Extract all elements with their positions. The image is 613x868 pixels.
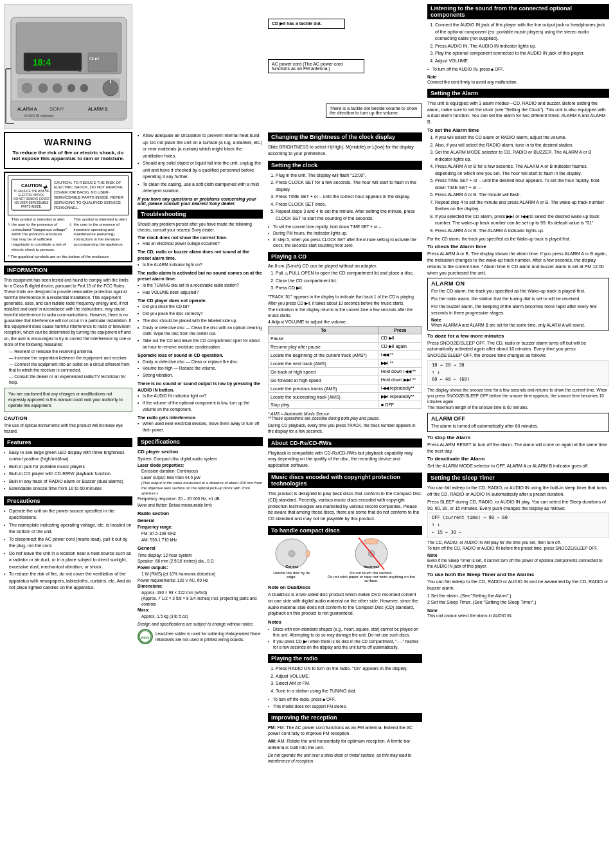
warning-bullets: Allow adequate air circulation to preven… [138, 132, 263, 195]
warning-subtitle: To reduce the risk of fire or electric s… [10, 150, 126, 161]
cd-after-note: After you press CD ▶II, it takes about 1… [268, 300, 422, 306]
sleep-seq-3: ← 15 ← 30 ← [432, 529, 605, 536]
caution-inner-box: CAUTION TO REDUCE THE RISK OF ELECTRIC S… [8, 176, 129, 215]
svg-text:AUDIO IN indicator: AUDIO IN indicator [24, 114, 54, 118]
notes-list: Discs with non-standard shapes (e.g., he… [268, 626, 422, 650]
svg-text:ALARM A: ALARM A [17, 107, 37, 111]
sleep-note-title: Note [427, 553, 609, 557]
cd-track-note: "TRACK '01'" appears in the display to i… [268, 294, 422, 300]
table-cell-press: ■ OFF [378, 401, 422, 409]
setting-alarm-section: Setting the Alarm This unit is equipped … [427, 89, 609, 469]
fm-desc: FM: The AC power cord functions as an FM… [268, 725, 413, 736]
spec-emission: Emission duration: Continuous [138, 468, 263, 475]
specifications-header: Specifications [138, 437, 263, 446]
svg-text:ELECTRIC SHOCK,: ELECTRIC SHOCK, [19, 194, 45, 197]
sleep-preset-note: To turn off the CD, RADIO or AUDIO IN be… [427, 545, 609, 551]
cd-step-3: Press CD ▶II. [276, 285, 422, 292]
table-row: PauseCD ▶II [269, 334, 422, 343]
green-advisory-box: You are cautioned that any changes or mo… [4, 388, 132, 411]
trouble-6-item-1: Is the AUDIO IN indicator light on? [138, 393, 263, 399]
spec-power-req: Power requirements: 120 V AC, 60 Hz [138, 577, 263, 584]
eco-text: Lead-free solder is used for soldering H… [155, 631, 263, 642]
deactivate-title: To deactivate the Alarm [427, 456, 609, 462]
spec-system: System: Compact disc digital audio syste… [138, 456, 263, 462]
table-header-press: Press [378, 327, 422, 334]
alarm-on-note-title: Note [431, 318, 605, 322]
radio-bullet-1: To turn off the radio, press ■ OFF. [268, 696, 422, 702]
spec-dim-note: (Approx. 7 1/2 × 3 5/8 × 8 3/4 inches) i… [138, 595, 263, 607]
right-column: Listening to the sound from the connecte… [427, 4, 609, 764]
alarm-on-note: When ALARM A and ALARM B are set for the… [431, 322, 605, 328]
symbol2-text: This symbol is intended to alert the use… [74, 217, 129, 248]
specifications-section: Specifications CD player section System:… [138, 437, 263, 644]
eco-circle-icon: eco [138, 629, 153, 644]
use-with-title: To use both the Sleep Timer and the Alar… [427, 572, 609, 577]
brightness-header: Changing the Brightness of the clock dis… [268, 132, 422, 141]
measure-4: Consult the dealer or an experienced rad… [9, 374, 132, 385]
precaution-2: The nameplate indicating operating volta… [4, 522, 132, 536]
trouble-4-title: The CD player does not operate. [138, 298, 263, 304]
trouble-2-item-1: Is the ALARM indicator light on? [138, 262, 263, 268]
spec-mass-label: Mass: [138, 607, 263, 613]
svg-text:CAUTION: CAUTION [21, 183, 42, 188]
ams-note: * AMS = Automatic Music Sensor [268, 411, 422, 416]
setting-clock-section: Setting the clock Plug in the unit. The … [268, 161, 422, 249]
final-note-title: Note [427, 608, 609, 613]
troubleshooting-header: Troubleshooting [138, 210, 263, 219]
table-row: Locate the previous tracks (AMS)I◀◀ repe… [269, 384, 422, 393]
listen-step-2: Press AUDIO IN. The AUDIO IN indicator l… [435, 43, 609, 50]
cd-step-1: Pull △ PULL OPEN to open the CD compartm… [276, 270, 422, 277]
lightning-icon [8, 217, 10, 231]
warning-title: WARNING [10, 137, 126, 147]
stop-alarm-title: To stop the Alarm [427, 435, 609, 440]
sleep-timer-section: Setting the Sleep Timer You can fall asl… [427, 473, 609, 619]
sleep-step2: 2 Set the Sleep Timer. (See "Setting the… [427, 599, 609, 606]
notes-section: Notes Discs with non-standard shapes (e.… [268, 619, 422, 650]
measure-1: Reorient or relocate the receiving anten… [9, 348, 132, 354]
trouble-4-item-3: The disc should be placed with the label… [138, 318, 263, 324]
compact-discs-section: To handle compact discs Correct Handle t… [268, 526, 422, 583]
improving-reception-header: Improving the reception [268, 713, 422, 722]
cd-step-2: Close the CD compartment lid. [276, 278, 422, 285]
alarm-on-radio: For the radio alarm, the station that th… [431, 296, 605, 302]
table-cell-action: Locate the previous tracks (AMS) [269, 384, 379, 393]
svg-text:18:4: 18:4 [33, 57, 51, 68]
trouble-5-item-1: Dusty or defective disc — Clean or repla… [138, 359, 263, 365]
cd-tactile-callout: CD ▶II has a tactile dot. [268, 19, 345, 29]
table-row: Stop play■ OFF [269, 401, 422, 409]
clock-step-4: Press CLOCK SET once. [276, 201, 422, 208]
alarm-off-title: ALARM OFF [431, 415, 605, 422]
information-section: INFORMATION This equipment has been test… [4, 266, 132, 386]
feature-3: Built-in CD player with CD-R/RW playback… [4, 471, 132, 478]
caution-diagram: CAUTION TO REDUCE THE RISK OF ELECTRIC S… [10, 178, 52, 213]
table-cell-press: I◀◀ ** [378, 351, 422, 359]
trouble-5-title: Sporadic loss of sound in CD operation. [138, 352, 263, 359]
listening-bullets: To turn off the AUDIO IN, press ■ OFF. [427, 66, 609, 73]
alarm-step-4: Press ALARM A or B for a few seconds. Th… [435, 163, 609, 177]
feature-1: Easy to see large green LED display with… [4, 449, 132, 463]
sleep-seq-1: OFF (current time) → 90 → 60 [432, 514, 605, 521]
trouble-3-item-1: Is the TUNING dial set to a receivable r… [138, 282, 263, 289]
spec-power-rms: 1 W (RMS) (at 10% harmonic distortion) [138, 571, 263, 577]
operations-note: **These operations are possible during b… [268, 416, 422, 420]
listen-step-4: Adjust VOLUME. [435, 58, 609, 65]
table-cell-action: Pause [269, 334, 379, 343]
setting-clock-header: Setting the clock [268, 161, 422, 170]
alarm-step-2: Also, if you will select the RADIO alarm… [435, 142, 609, 149]
alarm-on-box: ALARM ON For the CD alarm, the track you… [427, 278, 609, 330]
alarm-step-6: Press ALARM A or B. The minute will flas… [435, 192, 609, 199]
precaution-5: To reduce the risk of fire, do not cover… [4, 571, 132, 592]
radio-step-2: Adjust VOLUME. [276, 673, 422, 680]
svg-text:B: B [78, 68, 82, 73]
spec-fm: FM: 87.5-108 MHz [138, 530, 263, 537]
svg-point-39 [289, 550, 295, 557]
sleep-cd-note: The CD, RADIO, or AUDIO IN will play for… [427, 539, 609, 545]
trouble-1-list: Has an electrical power outage occurred? [138, 240, 263, 247]
spec-am: AM: 530-1 710 kHz [138, 537, 263, 543]
table-row: Locate the next track (AMS)▶▶I ** [269, 359, 422, 368]
trouble-3-title: The radio alarm is activated but no soun… [138, 270, 263, 283]
information-header: INFORMATION [4, 266, 132, 275]
clock-bullet-2: During PM hours, the indicator lights up… [268, 230, 422, 236]
radio-section-label: Radio section [138, 511, 263, 516]
listening-note: Connect the cord firmly to avoid any mal… [427, 79, 609, 85]
